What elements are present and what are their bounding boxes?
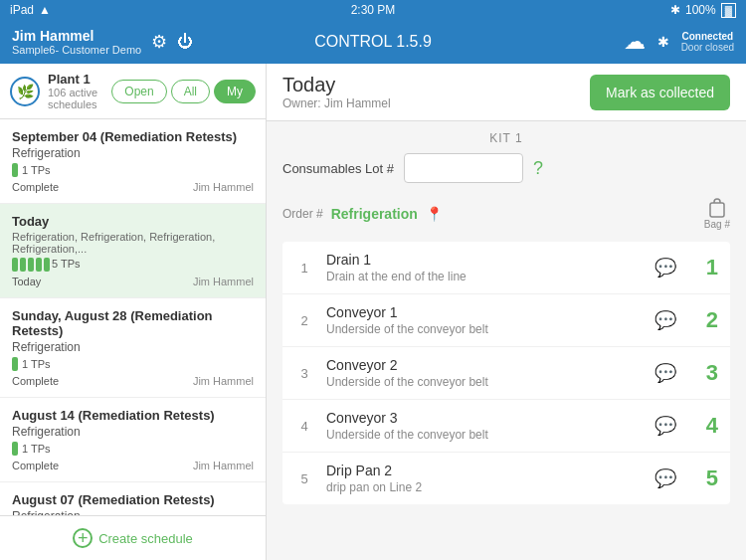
bag-number: 4 — [688, 413, 718, 439]
sample-info: Drip Pan 2 drip pan on Line 2 — [326, 463, 643, 494]
filter-buttons: Open All My — [111, 80, 256, 103]
schedule-status: Complete — [12, 181, 59, 193]
sample-location: drip pan on Line 2 — [326, 480, 643, 494]
schedule-item-today[interactable]: Today Refrigeration, Refrigeration, Refr… — [0, 204, 266, 298]
comment-icon[interactable]: 💬 — [654, 415, 676, 437]
schedule-status: Complete — [12, 375, 59, 387]
bag-header-wrapper: Bag # — [704, 197, 730, 230]
tp-bar — [12, 357, 18, 371]
bag-number: 5 — [688, 466, 718, 491]
tp-count: 1 TPs — [22, 358, 51, 370]
sample-name: Drip Pan 2 — [326, 463, 643, 478]
content-header: Today Owner: Jim Hammel Mark as collecte… — [267, 64, 746, 121]
schedule-status: Complete — [12, 460, 59, 471]
main-layout: 🌿 Plant 1 106 active schedules Open All … — [0, 64, 746, 560]
schedule-footer: Complete Jim Hammel — [12, 460, 254, 471]
schedule-item[interactable]: August 14 (Remediation Retests) Refriger… — [0, 398, 266, 482]
table-row: 1 Drain 1 Drain at the end of the line 💬… — [282, 242, 730, 294]
comment-icon[interactable]: 💬 — [654, 257, 676, 279]
schedule-owner: Jim Hammel — [193, 375, 254, 387]
create-schedule-button[interactable]: + Create schedule — [0, 515, 266, 560]
schedule-date: Sunday, August 28 (Remediation Retests) — [12, 308, 254, 338]
content-owner: Owner: Jim Hammel — [282, 96, 391, 110]
time-display: 2:30 PM — [351, 3, 396, 17]
power-icon[interactable]: ⏻ — [177, 33, 193, 51]
schedule-tps: 1 TPs — [12, 442, 254, 456]
schedule-date-footer: Today — [12, 276, 41, 287]
gear-icon[interactable]: ⚙ — [151, 31, 167, 53]
sample-location: Underside of the conveyor belt — [326, 428, 643, 442]
schedule-tps: 5 TPs — [12, 258, 254, 272]
tp-bar — [20, 258, 26, 272]
ipad-label: iPad — [10, 3, 34, 17]
user-sub: Sample6- Customer Demo — [12, 44, 141, 56]
bluetooth-status-icon: ✱ — [670, 3, 680, 17]
sample-location: Drain at the end of the line — [326, 270, 643, 283]
schedule-date: Today — [12, 214, 254, 229]
order-label: Order # — [282, 207, 323, 221]
schedule-date: August 14 (Remediation Retests) — [12, 408, 254, 423]
plus-icon: + — [73, 528, 93, 548]
sidebar: 🌿 Plant 1 106 active schedules Open All … — [0, 64, 267, 560]
schedule-list: September 04 (Remediation Retests) Refri… — [0, 119, 266, 515]
comment-icon[interactable]: 💬 — [654, 362, 676, 384]
schedule-type: Refrigeration — [12, 146, 254, 160]
schedule-date: August 07 (Remediation Retests) — [12, 492, 254, 507]
consumables-row: Consumables Lot # ? — [282, 153, 730, 183]
tp-bar — [44, 258, 50, 272]
filter-open[interactable]: Open — [111, 80, 166, 103]
table-row: 2 Conveyor 1 Underside of the conveyor b… — [282, 294, 730, 347]
plant-info: Plant 1 106 active schedules — [48, 72, 103, 110]
sample-info: Conveyor 2 Underside of the conveyor bel… — [326, 357, 643, 389]
sample-location: Underside of the conveyor belt — [326, 375, 643, 389]
consumables-input[interactable] — [404, 153, 523, 183]
sample-info: Conveyor 3 Underside of the conveyor bel… — [326, 410, 643, 442]
schedule-item[interactable]: August 07 (Remediation Retests) Refriger… — [0, 482, 266, 515]
mark-as-collected-button[interactable]: Mark as collected — [590, 75, 730, 110]
bag-number: 1 — [688, 255, 718, 280]
bag-col-label: Bag # — [704, 219, 730, 230]
bag-number: 2 — [688, 307, 718, 333]
kit-label: KIT 1 — [282, 131, 730, 145]
tp-bar — [28, 258, 34, 272]
schedule-footer: Today Jim Hammel — [12, 276, 254, 287]
tp-count: 5 TPs — [52, 258, 81, 272]
connection-status: Connected Door closed — [681, 31, 734, 53]
sample-info: Drain 1 Drain at the end of the line — [326, 252, 643, 283]
bag-number: 3 — [688, 360, 718, 386]
sample-name: Conveyor 1 — [326, 304, 643, 320]
bag-icon — [707, 197, 727, 219]
create-schedule-label: Create schedule — [98, 531, 193, 546]
schedule-item[interactable]: September 04 (Remediation Retests) Refri… — [0, 119, 266, 204]
table-row: 3 Conveyor 2 Underside of the conveyor b… — [282, 347, 730, 400]
content-area: Today Owner: Jim Hammel Mark as collecte… — [267, 64, 746, 560]
order-header: Order # Refrigeration 📍 Bag # — [282, 193, 730, 234]
plant-icon: 🌿 — [10, 77, 40, 106]
user-info: Jim Hammel Sample6- Customer Demo — [12, 28, 141, 56]
wifi-icon: ▲ — [39, 3, 51, 17]
bluetooth-header-icon: ✱ — [657, 34, 669, 50]
filter-my[interactable]: My — [214, 80, 256, 103]
app-header: Jim Hammel Sample6- Customer Demo ⚙ ⏻ CO… — [0, 20, 746, 64]
schedule-owner: Jim Hammel — [193, 276, 254, 287]
tp-count: 1 TPs — [22, 164, 51, 176]
row-number: 2 — [294, 313, 314, 328]
table-row: 5 Drip Pan 2 drip pan on Line 2 💬 5 — [282, 453, 730, 504]
row-number: 4 — [294, 419, 314, 434]
help-icon[interactable]: ? — [533, 158, 543, 179]
plant-name: Plant 1 — [48, 72, 103, 87]
battery-icon: ▓ — [721, 3, 736, 18]
comment-icon[interactable]: 💬 — [654, 309, 676, 331]
row-number: 3 — [294, 366, 314, 381]
comment-icon[interactable]: 💬 — [654, 467, 676, 489]
content-title-block: Today Owner: Jim Hammel — [282, 74, 391, 110]
schedule-footer: Complete Jim Hammel — [12, 375, 254, 387]
schedule-owner: Jim Hammel — [193, 460, 254, 471]
app-title: CONTROL 1.5.9 — [314, 33, 432, 51]
status-bar: iPad ▲ 2:30 PM ✱ 100% ▓ — [0, 0, 746, 20]
row-number: 5 — [294, 471, 314, 486]
sample-table: 1 Drain 1 Drain at the end of the line 💬… — [282, 242, 730, 504]
filter-all[interactable]: All — [171, 80, 210, 103]
schedule-item[interactable]: Sunday, August 28 (Remediation Retests) … — [0, 298, 266, 398]
schedule-owner: Jim Hammel — [193, 181, 254, 193]
